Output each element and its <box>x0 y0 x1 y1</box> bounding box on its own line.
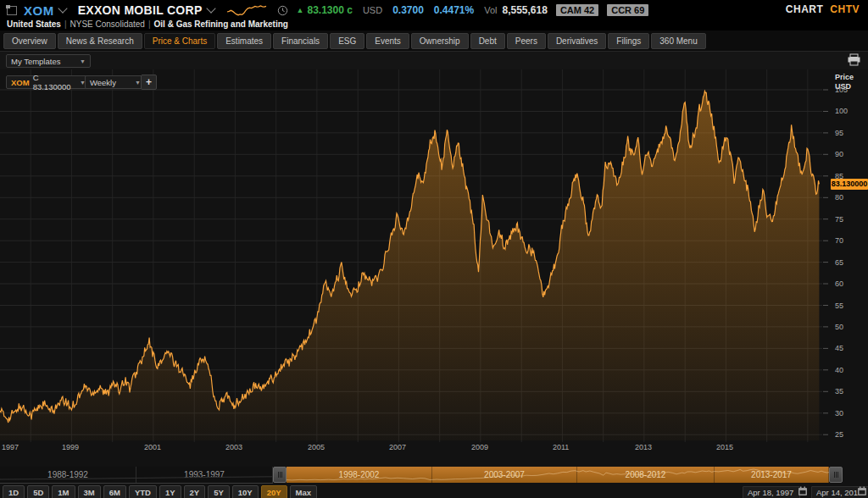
tab-peers[interactable]: Peers <box>507 33 546 49</box>
chtv-link[interactable]: CHTV <box>830 3 860 15</box>
templates-dropdown[interactable]: My Templates ▼ <box>6 54 91 68</box>
start-date-field[interactable]: Apr 18, 1997 <box>743 486 800 498</box>
exchange-label: NYSE Consolidated <box>70 19 145 29</box>
last-price-axis-badge: 83.130000 <box>831 179 868 190</box>
period-button-1d[interactable]: 1D <box>3 485 25 498</box>
timeline-left-handle[interactable] <box>273 467 287 483</box>
period-button-6m[interactable]: 6M <box>103 485 126 498</box>
period-button-3m[interactable]: 3M <box>78 485 101 498</box>
volume-label: Vol <box>484 5 497 15</box>
y-axis-label: 55 <box>835 302 865 310</box>
templates-dropdown-label: My Templates <box>11 57 60 66</box>
chart-panel: XOM C 83.130000 ▼ Weekly ▼ + Price USD 1… <box>0 69 868 498</box>
y-axis-label: 50 <box>835 323 865 331</box>
clock-icon <box>277 5 288 16</box>
tab-derivatives[interactable]: Derivatives <box>548 33 606 49</box>
y-axis-label: 80 <box>835 193 865 202</box>
timeline-unselected-region[interactable]: 1988-19921993-1997 <box>0 467 273 484</box>
period-button-ytd[interactable]: YTD <box>129 485 157 498</box>
security-dropdown-price: C 83.130000 <box>33 73 71 91</box>
y-axis-label: 75 <box>835 215 865 224</box>
x-axis-label: 2007 <box>389 443 406 451</box>
interval-dropdown-label: Weekly <box>90 78 116 87</box>
x-axis-label: 2001 <box>144 443 161 451</box>
sector-label: Oil & Gas Refining and Marketing <box>154 19 288 29</box>
price-chart-plot[interactable] <box>0 69 829 442</box>
chevron-down-icon[interactable] <box>206 3 215 13</box>
tab-events[interactable]: Events <box>366 33 409 49</box>
timeline-scrubber: 1988-19921993-1997 1998-20022003-2007200… <box>0 467 843 483</box>
app-window-icon <box>7 6 17 15</box>
tab-financials[interactable]: Financials <box>273 33 328 49</box>
tab-overview[interactable]: Overview <box>3 33 56 49</box>
tab-ownership[interactable]: Ownership <box>411 33 469 49</box>
period-button-5d[interactable]: 5D <box>27 485 49 498</box>
template-toolbar: My Templates ▼ <box>0 51 868 70</box>
cam-badge[interactable]: CAM 42 <box>556 4 598 16</box>
tab-price-charts[interactable]: Price & Charts <box>144 33 215 49</box>
period-button-max[interactable]: Max <box>290 485 317 498</box>
x-axis-label: 1999 <box>62 443 79 451</box>
y-axis-label: 60 <box>835 279 865 288</box>
period-button-20y[interactable]: 20Y <box>261 485 287 498</box>
add-series-button[interactable]: + <box>141 75 157 90</box>
y-axis-label: 25 <box>835 430 865 439</box>
ccr-badge[interactable]: CCR 69 <box>607 4 648 16</box>
header-sparkline <box>226 3 267 18</box>
period-button-row: 1D5D1M3M6MYTD1Y2Y5Y10Y20YMax <box>3 485 317 498</box>
period-button-5y[interactable]: 5Y <box>208 485 230 498</box>
x-axis-label: 2005 <box>308 443 325 451</box>
tab-news-research[interactable]: News & Research <box>58 33 142 49</box>
security-dropdown-ticker: XOM <box>11 78 30 87</box>
volume-value: 8,555,618 <box>503 4 548 16</box>
tab-filings[interactable]: Filings <box>608 33 649 49</box>
x-axis-label: 2015 <box>716 443 733 451</box>
y-axis-label: 35 <box>835 387 865 396</box>
bloomberg-terminal-screen: XOM EXXON MOBIL CORP ▲ 83.1300 c USD 0.3… <box>0 0 868 498</box>
tab-esg[interactable]: ESG <box>330 33 364 49</box>
calendar-icon[interactable] <box>857 486 867 496</box>
timeline-right-handle[interactable] <box>829 467 843 483</box>
timeline-segment[interactable]: 1998-2002 <box>287 467 432 483</box>
x-axis-label: 2011 <box>553 443 569 451</box>
y-axis-label: 30 <box>835 409 865 418</box>
y-axis-label: 95 <box>835 129 865 137</box>
tab-debt[interactable]: Debt <box>470 33 505 49</box>
y-axis-label: 70 <box>835 236 865 245</box>
region-label: United States <box>7 19 61 29</box>
function-tab-bar: OverviewNews & ResearchPrice & ChartsEst… <box>3 33 706 49</box>
x-axis-label: 1997 <box>2 443 19 451</box>
interval-dropdown[interactable]: Weekly ▼ <box>85 75 146 89</box>
chart-label: CHART <box>786 3 824 15</box>
security-subtitle: United States|NYSE Consolidated|Oil & Ga… <box>7 19 288 29</box>
up-arrow-icon: ▲ <box>297 6 304 14</box>
x-axis-label: 2013 <box>635 443 652 451</box>
y-axis-label: 45 <box>835 344 865 352</box>
timeline-segment[interactable]: 1988-1992 <box>0 467 136 483</box>
dropdown-arrow-icon: ▼ <box>71 58 86 64</box>
period-button-10y[interactable]: 10Y <box>232 485 259 498</box>
tab-estimates[interactable]: Estimates <box>217 33 271 49</box>
chevron-down-icon[interactable] <box>58 3 67 13</box>
timeline-segment[interactable]: 2008-2012 <box>577 467 715 483</box>
y-axis-label: 100 <box>835 107 865 115</box>
timeline-segment[interactable]: 2013-2017 <box>715 467 829 483</box>
dropdown-arrow-icon: ▼ <box>126 80 141 86</box>
timeline-segment[interactable]: 1993-1997 <box>136 467 273 483</box>
period-button-1m[interactable]: 1M <box>52 485 75 498</box>
tab-360-menu[interactable]: 360 Menu <box>651 33 705 49</box>
x-axis-label: 2003 <box>225 443 242 451</box>
security-dropdown[interactable]: XOM C 83.130000 ▼ <box>6 75 91 89</box>
timeline-selected-range[interactable]: 1998-20022003-20072008-20122013-2017 <box>287 467 829 483</box>
calendar-icon[interactable] <box>798 486 808 496</box>
period-button-2y[interactable]: 2Y <box>184 485 206 498</box>
period-button-1y[interactable]: 1Y <box>159 485 181 498</box>
timeline-segment[interactable]: 2003-2007 <box>432 467 577 483</box>
printer-icon[interactable] <box>847 53 861 66</box>
y-axis-label: 90 <box>835 150 865 158</box>
currency-label: USD <box>363 5 382 15</box>
header: XOM EXXON MOBIL CORP ▲ 83.1300 c USD 0.3… <box>0 0 868 30</box>
y-axis-label: 65 <box>835 258 865 267</box>
ticker-symbol[interactable]: XOM <box>24 3 54 18</box>
company-name[interactable]: EXXON MOBIL CORP <box>78 3 203 17</box>
